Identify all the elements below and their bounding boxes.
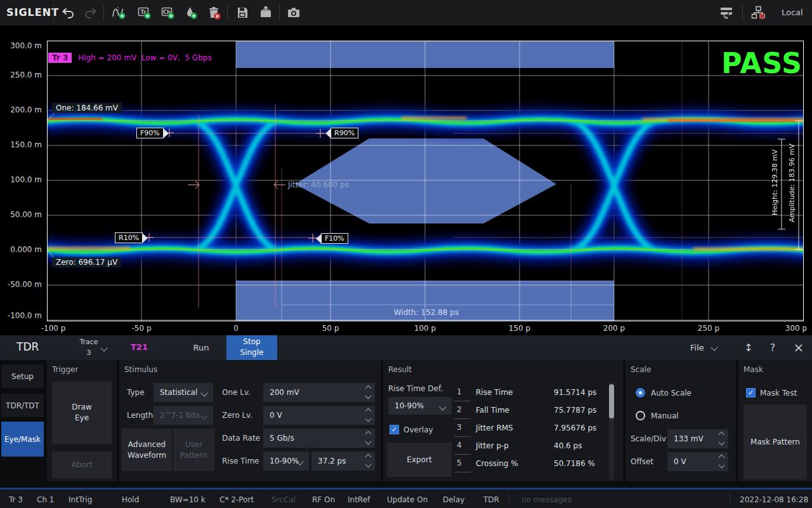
length-dropdown[interactable]: 2^7-1 bits — [154, 406, 213, 425]
result-row-num: 1 — [454, 384, 471, 401]
close-panel-icon[interactable]: × — [792, 335, 805, 360]
status-update: Update On — [387, 495, 428, 504]
result-rise-def-dropdown[interactable]: 10-90% — [388, 397, 452, 415]
recall-icon[interactable] — [259, 6, 273, 20]
result-section: Result Rise Time Def. 10-90% Overlay Exp… — [383, 360, 623, 481]
result-scrollbar[interactable] — [609, 383, 614, 479]
type-label: Type — [127, 388, 145, 397]
toolbar-separator — [53, 4, 54, 21]
x-tick: 200 p — [603, 324, 625, 333]
marker-f10: F10% — [321, 233, 348, 244]
mask-section: Mask Mask Test Mask Pattern — [738, 360, 812, 481]
add-trace-icon[interactable]: Tr — [137, 6, 151, 20]
stop-line2: Single — [240, 348, 264, 357]
overlay-checkbox[interactable] — [390, 425, 399, 434]
panel-menu-row: TDR Trace 3 T21 Run Stop Single File ↕ ?… — [0, 335, 812, 360]
spinner-buttons[interactable] — [719, 455, 724, 467]
delete-trace-icon[interactable] — [207, 6, 221, 20]
manual-scale-radio[interactable] — [636, 411, 645, 420]
mask-section-title: Mask — [743, 365, 763, 374]
zero-level-input[interactable]: 0 V — [263, 406, 375, 425]
x-tick: 300 p — [785, 324, 807, 333]
sidebar-item-setup[interactable]: Setup — [1, 364, 44, 388]
auto-scale-radio[interactable] — [636, 388, 645, 398]
export-button[interactable]: Export — [387, 443, 452, 477]
draw-eye-line1: Draw — [72, 402, 91, 413]
undo-icon[interactable] — [61, 6, 75, 20]
y-tick: 250.0 m — [0, 70, 42, 81]
spinner-buttons[interactable] — [366, 409, 370, 421]
user-pattern-line2: Pattern — [180, 450, 207, 461]
trigger-section: Trigger Draw Eye Abort — [47, 360, 117, 481]
sidebar-item-eye-mask[interactable]: Eye/Mask — [1, 422, 44, 457]
advanced-line1: Advanced — [128, 439, 166, 450]
manual-scale-label: Manual — [651, 411, 679, 420]
eye-diagram-canvas — [47, 41, 804, 321]
gridlines — [47, 41, 804, 321]
expand-panel-icon[interactable]: ↕ — [743, 335, 754, 360]
stop-single-button[interactable]: Stop Single — [226, 335, 277, 360]
status-separator — [509, 493, 509, 505]
trace-selector-word: Trace — [79, 338, 98, 346]
status-tdr: TDR — [483, 495, 499, 504]
file-menu[interactable]: File — [690, 335, 704, 360]
rise-time-def-dropdown[interactable]: 10-90% — [263, 451, 309, 471]
y-tick: 50.00 m — [0, 210, 42, 220]
type-dropdown[interactable]: Statistical — [154, 383, 213, 402]
run-button[interactable]: Run — [183, 335, 219, 360]
offset-input[interactable]: 0 V — [667, 452, 728, 471]
sidebar-item-tdr-tdt[interactable]: TDR/TDT — [1, 394, 44, 417]
system-list-icon[interactable] — [719, 6, 733, 20]
mask-test-checkbox[interactable] — [746, 388, 756, 398]
result-row-value: 91.5714 ps — [554, 388, 596, 397]
y-tick: -100.0 m — [0, 311, 42, 321]
user-pattern-line1: User — [185, 439, 202, 450]
rise-time-input[interactable]: 37.2 ps — [311, 451, 375, 471]
trace-id-tab[interactable]: T21 — [131, 342, 148, 352]
y-tick: 100.0 m — [0, 175, 42, 185]
draw-eye-button[interactable]: Draw Eye — [52, 382, 112, 444]
result-row-value: 50.7186 % — [554, 459, 595, 468]
mask-pattern-label: Mask Pattern — [750, 437, 800, 448]
save-icon[interactable] — [235, 6, 249, 20]
mask-pattern-button[interactable]: Mask Pattern — [743, 404, 807, 479]
data-rate-input[interactable]: 5 Gb/s — [263, 429, 375, 448]
one-level-input[interactable]: 200 mV — [263, 383, 375, 402]
status-trace: Tr 3 — [9, 495, 23, 504]
scrollbar-thumb[interactable] — [609, 384, 614, 418]
spinner-buttons[interactable] — [719, 432, 724, 444]
result-row-value: 7.95676 ps — [554, 424, 596, 432]
amplitude-label: Amplitude: 183.96 mV — [788, 118, 796, 248]
result-rise-def-value: 10-90% — [395, 401, 424, 410]
result-row-num: 5 — [454, 455, 471, 472]
screenshot-camera-icon[interactable] — [287, 6, 301, 20]
toolbar-separator — [103, 4, 104, 21]
abort-label: Abort — [72, 460, 93, 471]
zero-level-field-label: Zero Lv. — [222, 411, 252, 420]
tdr-analyzer-window: SIGLENT Tr Ch — [0, 0, 812, 508]
add-channel-icon[interactable]: Ch — [160, 6, 174, 20]
result-row-name: Jitter RMS — [476, 424, 513, 432]
help-icon[interactable]: ? — [768, 335, 777, 360]
network-disconnected-icon[interactable] — [751, 6, 765, 20]
status-separator — [730, 493, 730, 505]
status-bandwidth: BW=10 k — [170, 495, 206, 504]
result-section-title: Result — [388, 365, 412, 374]
status-delay: Delay — [443, 495, 464, 504]
advanced-waveform-button[interactable]: Advanced Waveform — [122, 429, 172, 471]
zero-level-label: Zero: 696.17 µV — [52, 257, 121, 267]
redo-icon[interactable] — [84, 6, 98, 20]
abort-button[interactable]: Abort — [52, 451, 112, 478]
rise-time-def-label: Rise Time Def. — [388, 384, 443, 393]
add-waveform-icon[interactable] — [112, 6, 126, 20]
spinner-buttons[interactable] — [366, 386, 370, 398]
scale-div-input[interactable]: 133 mV — [667, 429, 728, 448]
connection-mode-label[interactable]: Local — [782, 0, 803, 25]
eye-diagram-plot[interactable]: One: 184.66 mV Zero: 696.17 µV F90% R90%… — [47, 41, 804, 321]
user-pattern-button[interactable]: User Pattern — [173, 429, 214, 471]
add-marker-icon[interactable] — [183, 6, 197, 20]
status-trigger: IntTrig — [69, 495, 92, 504]
result-row-num: 2 — [454, 402, 471, 419]
spinner-buttons[interactable] — [366, 455, 370, 467]
spinner-buttons[interactable] — [366, 432, 370, 444]
